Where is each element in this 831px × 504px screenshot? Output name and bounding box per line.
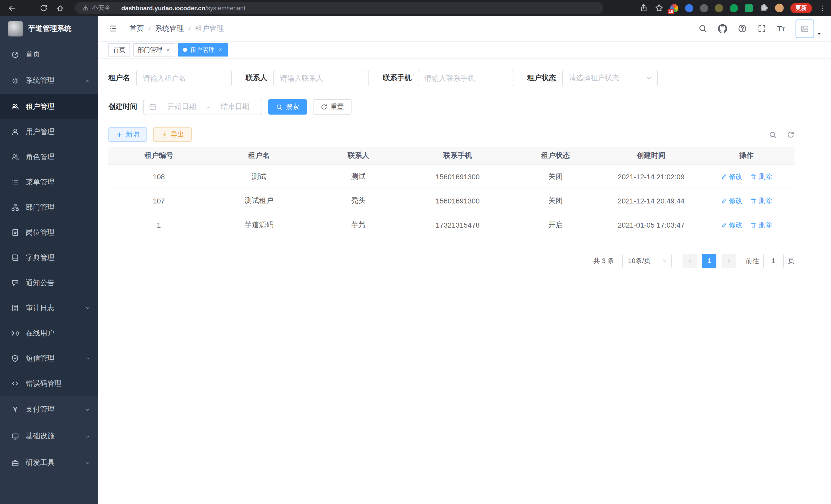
question-circle-icon xyxy=(738,24,747,33)
search-button[interactable]: 搜索 xyxy=(268,99,307,115)
status-text: 开启 xyxy=(507,213,604,237)
chevron-down-icon xyxy=(661,258,667,264)
sidebar-item-post[interactable]: 岗位管理 xyxy=(0,220,98,245)
help-button[interactable] xyxy=(738,24,747,33)
browser-reload-button[interactable] xyxy=(37,1,50,14)
extension-green-circle-icon[interactable] xyxy=(730,4,738,12)
announcement-icon xyxy=(11,279,19,287)
status-select[interactable]: 请选择租户状态 xyxy=(562,70,658,86)
extension-green-square-icon[interactable] xyxy=(745,4,753,12)
org-tree-icon xyxy=(11,203,19,211)
sidebar-section-infra[interactable]: 基础设施 xyxy=(0,423,98,449)
page-number-button[interactable]: 1 xyxy=(702,254,716,268)
export-button[interactable]: 导出 xyxy=(153,127,192,142)
tenant-name-input[interactable] xyxy=(136,70,232,86)
header-search-button[interactable] xyxy=(699,24,708,33)
next-page-button[interactable] xyxy=(721,254,736,268)
edit-icon xyxy=(721,173,727,180)
delete-link[interactable]: 删除 xyxy=(751,196,772,205)
extension-colorful-icon[interactable]: 10 xyxy=(670,4,678,12)
sidebar-section-payment[interactable]: ¥ 支付管理 xyxy=(0,396,98,423)
bookmark-button[interactable] xyxy=(655,4,663,12)
sidebar-item-notice[interactable]: 通知公告 xyxy=(0,270,98,295)
edit-link[interactable]: 修改 xyxy=(721,220,742,229)
delete-link[interactable]: 删除 xyxy=(751,220,772,229)
sidebar-item-user[interactable]: 用户管理 xyxy=(0,119,98,144)
breadcrumb-home[interactable]: 首页 xyxy=(130,24,144,33)
sidebar-item-error-code[interactable]: 错误码管理 xyxy=(0,371,98,396)
pagination: 共 3 条 10条/页 1 前往 页 xyxy=(109,254,795,268)
chevron-right-icon xyxy=(726,258,732,264)
prev-page-button[interactable] xyxy=(683,254,697,268)
goto-page-input[interactable] xyxy=(763,254,784,268)
col-tenant-name: 租户名 xyxy=(209,147,309,165)
sidebar-item-menu[interactable]: 菜单管理 xyxy=(0,170,98,195)
extension-olive-icon[interactable] xyxy=(715,4,723,12)
extension-dark-icon[interactable] xyxy=(700,4,708,12)
contact-input[interactable] xyxy=(274,70,369,86)
refresh-table-button[interactable] xyxy=(787,131,795,139)
browser-profile-avatar[interactable] xyxy=(775,4,784,12)
github-link[interactable] xyxy=(718,24,727,33)
col-phone: 联系手机 xyxy=(408,147,507,165)
edit-link[interactable]: 修改 xyxy=(721,196,742,205)
pagination-total: 共 3 条 xyxy=(593,256,614,265)
browser-update-button[interactable]: 更新 xyxy=(791,3,812,13)
add-button[interactable]: 新增 xyxy=(109,127,147,142)
share-button[interactable] xyxy=(639,4,648,12)
font-size-button[interactable]: T T xyxy=(777,25,785,32)
tab-home[interactable]: 首页 xyxy=(109,43,130,57)
tab-dept[interactable]: 部门管理 xyxy=(133,43,175,57)
phone-label: 联系手机 xyxy=(383,73,412,83)
sidebar-section-system[interactable]: 系统管理 xyxy=(0,67,98,94)
refresh-icon xyxy=(787,131,795,139)
sidebar-item-sms[interactable]: 短信管理 xyxy=(0,346,98,371)
delete-link[interactable]: 删除 xyxy=(751,172,772,181)
tenant-name-label: 租户名 xyxy=(109,73,130,83)
page-size-select[interactable]: 10条/页 xyxy=(622,254,672,268)
chevron-down-icon xyxy=(85,433,90,439)
extension-blue-icon[interactable] xyxy=(685,4,693,12)
download-icon xyxy=(161,131,168,138)
reset-button[interactable]: 重置 xyxy=(313,99,351,115)
sidebar-item-home[interactable]: 首页 xyxy=(0,41,98,67)
search-icon xyxy=(699,24,708,33)
app-logo-row[interactable]: 芋道管理系统 xyxy=(0,16,98,41)
browser-back-button[interactable] xyxy=(5,1,19,14)
sidebar-section-devtools[interactable]: 研发工具 xyxy=(0,449,98,476)
filter-row-1: 租户名 联系人 联系手机 租户状态 请选择租户状态 xyxy=(109,70,795,86)
tags-view-bar: 首页 部门管理 租户管理 xyxy=(98,41,831,59)
browser-menu-button[interactable] xyxy=(819,4,826,11)
sidebar-item-tenant[interactable]: 租户管理 xyxy=(0,94,98,119)
share-icon xyxy=(639,4,648,12)
date-range-picker[interactable]: 开始日期 - 结束日期 xyxy=(143,99,262,115)
broken-image-icon xyxy=(801,24,809,33)
dashboard-icon xyxy=(11,51,19,58)
sidebar-collapse-button[interactable] xyxy=(107,23,118,34)
sidebar-item-audit-log[interactable]: 审计日志 xyxy=(0,295,98,321)
sidebar-item-dept[interactable]: 部门管理 xyxy=(0,195,98,220)
user-menu[interactable] xyxy=(796,19,822,38)
phone-input[interactable] xyxy=(418,70,513,86)
fullscreen-button[interactable] xyxy=(758,24,767,33)
security-label: 不安全 xyxy=(92,4,111,12)
sidebar-item-dict[interactable]: 字典管理 xyxy=(0,245,98,270)
yen-icon: ¥ xyxy=(11,406,19,413)
browser-home-button[interactable] xyxy=(53,1,67,14)
extensions-menu-button[interactable] xyxy=(760,4,768,12)
toggle-search-button[interactable] xyxy=(769,131,776,139)
edit-icon xyxy=(721,198,727,204)
active-tab-dot xyxy=(183,48,187,52)
star-icon xyxy=(655,4,663,12)
app-title: 芋道管理系统 xyxy=(28,24,71,33)
close-icon[interactable] xyxy=(166,47,171,52)
trash-icon xyxy=(751,173,757,180)
close-icon[interactable] xyxy=(218,47,223,52)
tab-tenant[interactable]: 租户管理 xyxy=(178,43,228,57)
chevron-down-icon xyxy=(85,407,90,412)
sidebar-item-role[interactable]: 角色管理 xyxy=(0,144,98,170)
address-bar[interactable]: 不安全 dashboard.yudao.iocoder.cn /system/t… xyxy=(75,2,603,14)
edit-link[interactable]: 修改 xyxy=(721,172,742,181)
sidebar-item-online-user[interactable]: 在线用户 xyxy=(0,321,98,346)
breadcrumb-system[interactable]: 系统管理 xyxy=(155,24,184,33)
